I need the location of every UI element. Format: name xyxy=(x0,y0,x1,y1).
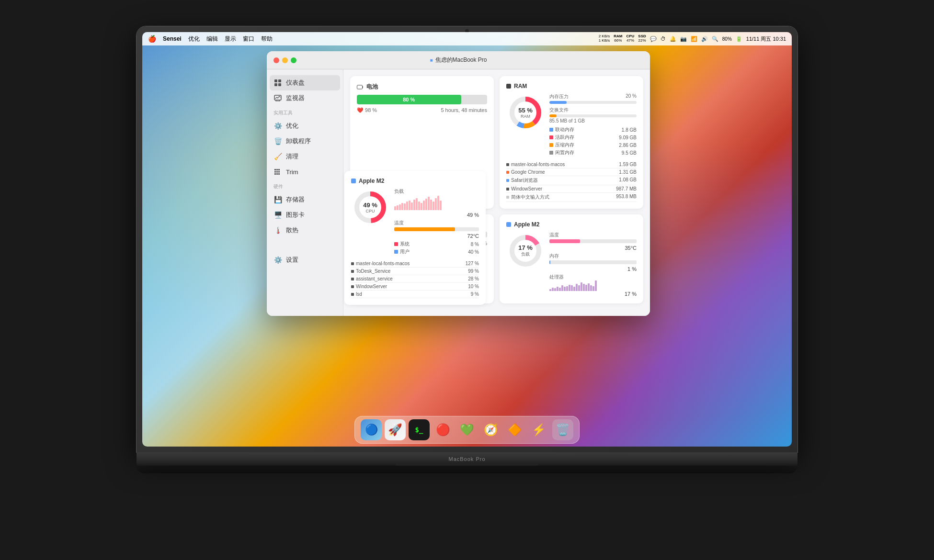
battery-info: ❤️ 98 % 5 hours, 48 minutes xyxy=(357,107,487,113)
apple-menu[interactable]: 🍎 xyxy=(148,35,156,43)
menu-file[interactable]: 优化 xyxy=(188,35,200,43)
dock-terminal[interactable]: $_ xyxy=(409,419,430,440)
app-name[interactable]: Sensei xyxy=(163,35,182,42)
menu-edit[interactable]: 编辑 xyxy=(206,35,218,43)
dock-launchpad[interactable]: 🚀 xyxy=(385,419,406,440)
histogram-bar xyxy=(433,202,434,210)
dock-reeder[interactable]: ⚡ xyxy=(528,419,549,440)
search-icon[interactable]: 🔍 xyxy=(712,36,718,42)
svg-rect-11 xyxy=(274,173,276,175)
ram-card: RAM xyxy=(500,76,643,209)
sidebar-item-clean[interactable]: 🧹 清理 xyxy=(267,149,343,164)
screen-bezel: 🍎 Sensei 优化 编辑 显示 窗口 帮助 2 KB/s 1 KB/s xyxy=(137,26,797,452)
sidebar-item-storage[interactable]: 💾 存储器 xyxy=(267,192,343,207)
histogram-bar xyxy=(423,201,425,210)
gpu-load-bar xyxy=(549,260,637,264)
ram-right: 内存压力 20 % xyxy=(549,93,637,157)
window-icon: ■ xyxy=(430,57,433,63)
histogram-bar xyxy=(421,203,422,210)
swap-value: 85.5 MB of 1 GB xyxy=(549,118,637,123)
svg-rect-12 xyxy=(276,173,278,175)
svg-rect-13 xyxy=(278,173,280,175)
macbook-label: MacBook Pro xyxy=(448,456,485,462)
gpu-histogram-bar xyxy=(554,288,556,291)
svg-rect-14 xyxy=(357,85,363,89)
sidebar-item-thermal[interactable]: 🌡️ 散热 xyxy=(267,223,343,238)
volume-icon: 🔊 xyxy=(701,36,708,42)
dock-sketch[interactable]: 🔶 xyxy=(504,419,525,440)
histogram-bar xyxy=(404,203,406,210)
sidebar-item-uninstall[interactable]: 🗑️ 卸载程序 xyxy=(267,134,343,149)
minimize-button[interactable] xyxy=(282,57,288,63)
battery-health: ❤️ 98 % xyxy=(357,107,377,113)
legend-linked: 联动内存 1.8 GB xyxy=(549,126,637,133)
sidebar-item-optimize[interactable]: ⚙️ 优化 xyxy=(267,118,343,134)
clean-icon: 🧹 xyxy=(273,152,282,161)
menu-help[interactable]: 帮助 xyxy=(261,35,273,43)
ram-section: 55 % RAM 内存压力 xyxy=(506,93,637,157)
cpu-process-0: master-local-fonts-macos 127 % xyxy=(351,260,479,268)
menu-window[interactable]: 窗口 xyxy=(243,35,254,43)
notification-icon: 🔔 xyxy=(670,36,676,42)
svg-rect-0 xyxy=(274,79,277,82)
ram-process-0: master-local-fonts-macos 1.59 GB xyxy=(506,161,637,168)
ram-donut-label: 55 % RAM xyxy=(518,107,533,119)
svg-rect-10 xyxy=(278,171,280,173)
legend-active: 活跃内存 9.09 GB xyxy=(549,134,637,141)
gpu-histogram-bar xyxy=(588,283,590,291)
sidebar-item-dashboard[interactable]: 仪表盘 xyxy=(270,75,340,90)
svg-rect-3 xyxy=(278,83,281,86)
cpu-status: CPU 47% xyxy=(626,34,634,43)
gpu-histogram-bar xyxy=(569,285,570,291)
maximize-button[interactable] xyxy=(291,57,296,63)
desktop: 🍎 Sensei 优化 编辑 显示 窗口 帮助 2 KB/s 1 KB/s xyxy=(142,32,792,447)
svg-rect-2 xyxy=(274,83,277,86)
ram-process-3: WindowServer 987.7 MB xyxy=(506,185,637,193)
dock-safari[interactable]: 🧭 xyxy=(480,419,501,440)
dashboard-icon xyxy=(273,78,282,87)
gpu-histogram-bar xyxy=(564,287,566,291)
dock-wechat[interactable]: 💚 xyxy=(456,419,478,440)
time-machine-icon: ⏱ xyxy=(661,36,666,42)
svg-rect-8 xyxy=(274,171,276,173)
histogram-bar xyxy=(401,203,403,210)
sidebar-item-settings[interactable]: ⚙️ 设置 xyxy=(267,252,343,268)
svg-rect-6 xyxy=(276,169,278,170)
sidebar-item-gpu[interactable]: 🖥️ 图形卡 xyxy=(267,207,343,223)
gpu-donut-label: 17 % 负载 xyxy=(518,244,533,258)
ram-process-2: Safari浏览器 1.08 GB xyxy=(506,176,637,185)
gpu-histogram-bar xyxy=(578,285,580,291)
menu-display[interactable]: 显示 xyxy=(225,35,236,43)
gpu-proc-label: 处理器 xyxy=(549,274,637,280)
histogram-bar xyxy=(428,197,430,210)
gpu-histogram-bar xyxy=(559,288,561,291)
gpu-histogram xyxy=(549,281,637,291)
gpu-temp-label: 温度 xyxy=(549,232,637,238)
uninstall-icon: 🗑️ xyxy=(273,137,282,146)
cpu-card-title: Apple M2 xyxy=(351,178,479,184)
cpu-card: Apple M2 49 % CPU xyxy=(344,171,486,305)
gpu-histogram-bar xyxy=(571,285,573,291)
cpu-donut-container: 49 % CPU xyxy=(351,188,389,226)
cpu-card-icon xyxy=(351,179,356,183)
ram-process-list: master-local-fonts-macos 1.59 GB Google … xyxy=(506,161,637,202)
sidebar-item-trim[interactable]: Trim xyxy=(267,164,343,179)
dock-chrome[interactable]: 🔴 xyxy=(433,419,454,440)
histogram-bar xyxy=(435,198,437,210)
ram-card-icon xyxy=(506,84,511,89)
battery-time: 5 hours, 48 minutes xyxy=(441,107,487,113)
svg-rect-7 xyxy=(278,169,280,170)
traffic-lights[interactable] xyxy=(273,57,296,63)
dock-trash[interactable]: 🗑️ xyxy=(552,419,573,440)
dock-finder[interactable]: 🔵 xyxy=(361,419,382,440)
close-button[interactable] xyxy=(273,57,279,63)
gpu-histogram-bar xyxy=(561,285,563,291)
monitor-icon xyxy=(273,94,282,102)
gpu-donut-container: 17 % 负载 xyxy=(506,232,545,270)
gpu-load-value: 1 % xyxy=(549,266,637,272)
sidebar-item-monitor[interactable]: 监视器 xyxy=(267,90,343,106)
cpu-process-list: master-local-fonts-macos 127 % ToDesk_Se… xyxy=(351,260,479,298)
gpu-histogram-bar xyxy=(595,280,597,291)
gpu-proc-value: 17 % xyxy=(549,291,637,297)
battery-card-title: 电池 xyxy=(357,83,487,91)
